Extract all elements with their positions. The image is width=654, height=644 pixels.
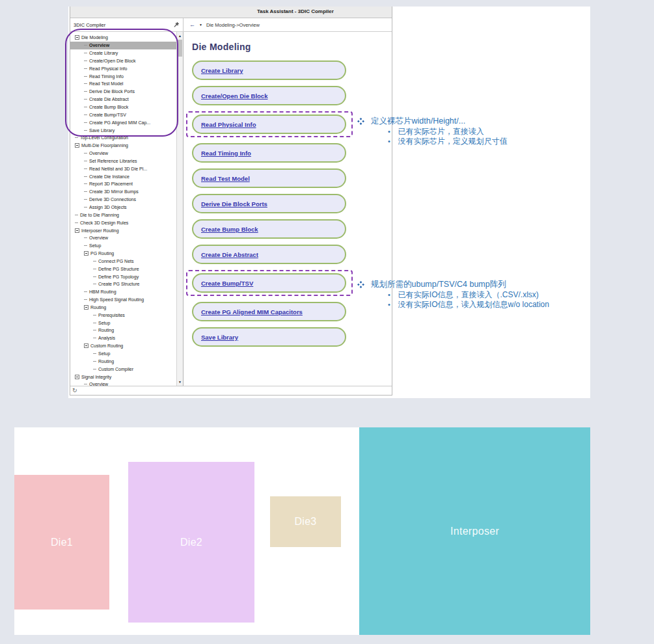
tree-item-define-pg-topology[interactable]: Define PG Topology bbox=[70, 273, 176, 280]
task-button-create-library[interactable]: Create Library bbox=[192, 60, 346, 80]
task-button-create-open-die-block[interactable]: Create/Open Die Block bbox=[192, 86, 346, 105]
tree-item-read-timing-info[interactable]: Read Timing Info bbox=[70, 72, 176, 80]
task-button-label: Save Library bbox=[201, 334, 238, 341]
annotation-dashed-box: Create Bump/TSV bbox=[186, 270, 353, 296]
tree-collapse-icon[interactable] bbox=[75, 228, 79, 233]
tree-item-hbm-routing[interactable]: HBM Routing bbox=[70, 288, 176, 296]
tree-item-report-3d-placement[interactable]: Report 3D Placement bbox=[70, 180, 176, 188]
tree-item-read-physical-info[interactable]: Read Physical Info bbox=[70, 64, 176, 72]
tree-item-setup[interactable]: Setup bbox=[70, 319, 176, 327]
note-bullet-item: •已有实际芯片，直接读入 bbox=[357, 127, 508, 137]
task-button-label: Create PG Aligned MIM Capacitors bbox=[201, 308, 303, 315]
tree-item-label: Prerequisites bbox=[98, 313, 125, 317]
tree-item-setup[interactable]: Setup bbox=[70, 242, 176, 250]
diagram-block-label: Interposer bbox=[450, 526, 499, 537]
tree-item-label: Die Modeling bbox=[81, 35, 108, 40]
tree-item-signal-integrity[interactable]: Signal Integrity bbox=[70, 373, 176, 381]
tree-item-label: Create Die Abstract bbox=[89, 97, 129, 101]
tree-collapse-icon[interactable] bbox=[84, 343, 89, 348]
tree-collapse-icon[interactable] bbox=[75, 375, 79, 379]
note-block: 规划所需的ubump/TSV/C4 bump阵列•已有实际IO信息，直接读入（.… bbox=[357, 279, 549, 310]
tree-item-connect-pg-nets[interactable]: Connect PG Nets bbox=[70, 257, 176, 265]
tree-item-die-modeling[interactable]: Die Modeling bbox=[70, 34, 176, 42]
task-button-wrap: Create Library bbox=[192, 60, 346, 80]
tree-item-create-bump-tsv[interactable]: Create Bump/TSV bbox=[70, 111, 176, 118]
tree-collapse-icon[interactable] bbox=[75, 143, 79, 148]
tree-item-interposer-routing[interactable]: Interposer Routing bbox=[70, 226, 176, 234]
tree-item-label: HBM Routing bbox=[89, 289, 116, 294]
tree-item-routing[interactable]: Routing bbox=[70, 327, 176, 334]
refresh-icon[interactable]: ↻ bbox=[72, 388, 77, 394]
tree-item-create-bump-block[interactable]: Create Bump Block bbox=[70, 103, 176, 111]
tree-item-set-reference-libraries[interactable]: Set Reference Libraries bbox=[70, 157, 176, 165]
tree-item-multi-die-floorplanning[interactable]: Multi-Die Floorplanning bbox=[70, 142, 176, 150]
tree-item-create-pg-aligned-mim-cap[interactable]: Create PG Aligned MIM Cap... bbox=[70, 118, 176, 126]
task-button-read-timing-info[interactable]: Read Timing Info bbox=[192, 143, 346, 163]
chevron-down-icon[interactable]: ▼ bbox=[199, 23, 202, 27]
task-button-save-library[interactable]: Save Library bbox=[192, 327, 346, 347]
tree-item-setup[interactable]: Setup bbox=[70, 350, 176, 358]
task-button-read-test-model[interactable]: Read Test Model bbox=[192, 168, 346, 188]
scrollbar-thumb[interactable] bbox=[178, 40, 182, 57]
tree-item-label: Create PG Aligned MIM Cap... bbox=[89, 120, 150, 125]
tree-item-create-3d-mirror-bumps[interactable]: Create 3D Mirror Bumps bbox=[70, 188, 176, 196]
pin-icon[interactable] bbox=[173, 21, 180, 28]
tree-item-create-open-die-block[interactable]: Create/Open Die Block bbox=[70, 57, 176, 65]
task-button-create-bump-block[interactable]: Create Bump Block bbox=[192, 219, 346, 239]
tree-item-die-to-die-planning[interactable]: Die to Die Planning bbox=[70, 211, 176, 219]
tree-item-create-die-abstract[interactable]: Create Die Abstract bbox=[70, 96, 176, 103]
tree-collapse-icon[interactable] bbox=[84, 251, 89, 256]
tree-item-analysis[interactable]: Analysis bbox=[70, 334, 176, 342]
tree-item-routing[interactable]: Routing bbox=[70, 357, 176, 365]
tree-item-read-test-model[interactable]: Read Test Model bbox=[70, 80, 176, 88]
diagram-block-label: Die1 bbox=[51, 537, 73, 548]
bullet-icon: • bbox=[388, 300, 390, 310]
tree-item-high-speed-signal-routing[interactable]: High Speed Signal Routing bbox=[70, 296, 176, 304]
tree-item-custom-routing[interactable]: Custom Routing bbox=[70, 342, 176, 350]
tree-item-custom-compiler[interactable]: Custom Compiler bbox=[70, 365, 176, 373]
tree-item-overview[interactable]: Overview bbox=[70, 42, 176, 49]
page-title: Die Modeling bbox=[192, 42, 392, 52]
tree-collapse-icon[interactable] bbox=[75, 35, 79, 40]
tree-collapse-icon[interactable] bbox=[84, 305, 89, 310]
tree-item-overview[interactable]: Overview bbox=[70, 234, 176, 242]
tree-connector bbox=[84, 153, 87, 154]
tree-item-create-library[interactable]: Create Library bbox=[70, 49, 176, 57]
tree-item-pg-routing[interactable]: PG Routing bbox=[70, 250, 176, 258]
tree-item-label: Signal Integrity bbox=[81, 375, 111, 379]
tree-item-define-pg-structure[interactable]: Define PG Structure bbox=[70, 265, 176, 273]
task-button-label: Derive Die Block Ports bbox=[201, 200, 267, 208]
tree-item-prerequisites[interactable]: Prerequisites bbox=[70, 311, 176, 319]
task-button-create-bump-tsv[interactable]: Create Bump/TSV bbox=[192, 273, 346, 293]
tree-item-routing[interactable]: Routing bbox=[70, 304, 176, 312]
tree-connector bbox=[93, 361, 96, 362]
tree-item-create-pg-structure[interactable]: Create PG Structure bbox=[70, 280, 176, 288]
tree-connector bbox=[84, 130, 87, 131]
tree-item-read-netlist-and-3d-die-pl[interactable]: Read Netlist and 3D Die Pl... bbox=[70, 165, 176, 172]
tree-item-label: Top-Level Configuration bbox=[80, 135, 128, 140]
tree-item-check-3d-design-rules[interactable]: Check 3D Design Rules bbox=[70, 219, 176, 226]
tree-connector bbox=[84, 161, 87, 161]
task-button-wrap: Create PG Aligned MIM Capacitors bbox=[192, 302, 346, 321]
task-button-derive-die-block-ports[interactable]: Derive Die Block Ports bbox=[192, 194, 346, 213]
scroll-up-icon[interactable]: ▲ bbox=[177, 33, 183, 39]
tree-item-label: Setup bbox=[89, 243, 101, 248]
tree-item-derive-die-block-ports[interactable]: Derive Die Block Ports bbox=[70, 88, 176, 96]
tree-connector bbox=[75, 137, 78, 138]
back-arrow-icon[interactable]: ← bbox=[189, 22, 195, 28]
tree-item-create-die-instance[interactable]: Create Die Instance bbox=[70, 172, 176, 180]
scroll-down-icon[interactable]: ▼ bbox=[177, 379, 183, 385]
tree-item-top-level-configuration[interactable]: Top-Level Configuration bbox=[70, 134, 176, 142]
tree-item-derive-3d-connections[interactable]: Derive 3D Connections bbox=[70, 196, 176, 204]
tree-scrollbar[interactable]: ▲ ▼ bbox=[176, 32, 183, 386]
tree-item-overview[interactable]: Overview bbox=[70, 150, 176, 157]
tree-item-assign-3d-objects[interactable]: Assign 3D Objects bbox=[70, 204, 176, 211]
task-button-label: Create Library bbox=[201, 67, 243, 74]
note-item-text: 没有实际芯片，定义规划尺寸值 bbox=[398, 137, 508, 146]
note-title: 规划所需的ubump/TSV/C4 bump阵列 bbox=[371, 279, 506, 290]
tree-item-save-library[interactable]: Save Library bbox=[70, 126, 176, 134]
task-button-read-physical-info[interactable]: Read Physical Info bbox=[192, 114, 346, 134]
task-button-create-pg-aligned-mim-capacitors[interactable]: Create PG Aligned MIM Capacitors bbox=[192, 302, 346, 321]
task-button-create-die-abstract[interactable]: Create Die Abstract bbox=[192, 245, 346, 264]
tree-item-overview[interactable]: Overview bbox=[70, 381, 176, 386]
